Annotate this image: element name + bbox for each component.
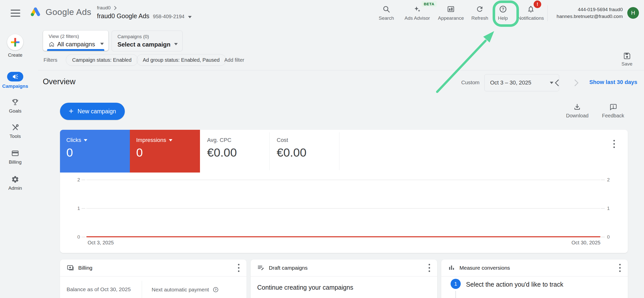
- nav-ads-advisor[interactable]: Ads Advisor: [405, 5, 430, 21]
- notification-badge: !: [534, 1, 541, 8]
- svg-text:?: ?: [215, 288, 217, 292]
- create-plus-icon: [7, 34, 23, 50]
- avatar[interactable]: H: [627, 7, 639, 19]
- breadcrumb-parent[interactable]: fraud0: [97, 5, 111, 11]
- show-last-30-days-link[interactable]: Show last 30 days: [589, 79, 637, 86]
- impressions-series-line: [86, 236, 600, 237]
- draft-icon: [257, 264, 265, 272]
- product-name: Google Ads: [46, 7, 91, 17]
- appearance-icon: [447, 5, 455, 14]
- chart-card-menu-button[interactable]: [612, 139, 616, 149]
- overview-chart-card: Clicks 0 Impressions 0 Avg. CPC €0.00 Co…: [60, 130, 628, 253]
- feedback-button[interactable]: Feedback: [602, 103, 624, 119]
- account-email: hannes.bretnuetz@fraud0.com: [554, 13, 623, 20]
- date-next-button[interactable]: [572, 79, 578, 86]
- filter-chip-campaign-status[interactable]: Campaign status: Enabled: [66, 54, 138, 66]
- draft-campaigns-menu-button[interactable]: [428, 263, 431, 273]
- sidebar-item-admin[interactable]: Admin: [0, 175, 30, 191]
- help-icon: ?: [499, 5, 507, 14]
- save-button[interactable]: Save: [621, 52, 632, 67]
- measure-conversions-menu-button[interactable]: [618, 263, 622, 273]
- scorecard-cost[interactable]: Cost €0.00: [270, 130, 339, 173]
- step-number-badge: 1: [451, 279, 461, 289]
- search-icon: [382, 5, 390, 14]
- x-axis-label-start: Oct 3, 2025: [88, 240, 114, 246]
- trophy-icon: [11, 98, 19, 106]
- filter-chip-adgroup-status[interactable]: Ad group status: Enabled, Paused: [136, 54, 226, 66]
- campaign-select-dropdown[interactable]: Campaigns (0) Select a campaign: [112, 31, 183, 51]
- filters-label: Filters: [44, 57, 57, 63]
- measure-conversions-card: Measure conversions 1 Select the action …: [441, 260, 628, 298]
- breadcrumb: fraud0 fraud0 Google Ads 958-409-2194: [97, 5, 192, 20]
- view-dropdown[interactable]: View (2 filters) All campaigns: [43, 31, 108, 51]
- gear-icon: [11, 175, 19, 183]
- beta-badge: BETA: [421, 1, 437, 7]
- draft-campaigns-card-title: Draft campaigns: [269, 265, 424, 271]
- account-number: 444-019-5694 fraud0: [554, 6, 623, 13]
- draft-campaigns-body: Continue creating your campaigns: [257, 284, 353, 291]
- google-ads-logo[interactable]: Google Ads: [29, 7, 91, 17]
- scorecard-cost-value: €0.00: [277, 145, 307, 159]
- y-axis-tick-left-2: 2: [71, 177, 80, 183]
- new-campaign-button[interactable]: + New campaign: [60, 103, 125, 120]
- scorecard-avg-cpc[interactable]: Avg. CPC €0.00: [200, 130, 269, 173]
- measure-conversions-card-title: Measure conversions: [459, 265, 614, 271]
- header-divider: [547, 5, 548, 21]
- nav-appearance[interactable]: Appearance: [438, 5, 464, 21]
- chevron-down-icon: [100, 43, 104, 45]
- tools-icon: [11, 123, 19, 132]
- view-active-underline: [47, 49, 104, 51]
- page-title: Overview: [43, 77, 75, 86]
- campaign-select-value: Select a campaign: [117, 41, 170, 48]
- next-payment-label: Next automatic payment: [152, 287, 209, 293]
- gridline-y1: [86, 208, 600, 209]
- account-info[interactable]: 444-019-5694 fraud0 hannes.bretnuetz@fra…: [554, 6, 623, 20]
- account-id: 958-409-2194: [153, 14, 185, 19]
- download-icon: [573, 103, 581, 111]
- scorecard-impressions-value: 0: [136, 145, 143, 159]
- scorecard-divider: [269, 132, 270, 170]
- view-dropdown-value: All campaigns: [57, 41, 95, 48]
- bell-icon: [527, 5, 535, 14]
- plus-icon: +: [69, 107, 74, 115]
- billing-column-divider: [142, 281, 142, 298]
- sidebar-item-create[interactable]: Create: [0, 34, 30, 58]
- sidebar-item-goals[interactable]: Goals: [0, 98, 30, 114]
- balance-label: Balance as of Oct 30, 2025: [67, 286, 131, 292]
- scorecard-clicks[interactable]: Clicks 0: [60, 130, 130, 173]
- feedback-icon: [609, 103, 617, 111]
- bar-chart-icon: [448, 264, 455, 272]
- download-button[interactable]: Download: [566, 103, 589, 119]
- billing-card: Billing Balance as of Oct 30, 2025 Next …: [60, 260, 247, 298]
- sidebar-item-tools[interactable]: Tools: [0, 123, 30, 139]
- y-axis-tick-right-2: 2: [607, 177, 616, 183]
- menu-icon[interactable]: [11, 10, 20, 17]
- chevron-down-icon: [174, 43, 178, 45]
- chevron-right-icon: [113, 6, 117, 10]
- credit-card-icon: [11, 149, 19, 157]
- nav-refresh[interactable]: Refresh: [471, 5, 488, 21]
- sidebar-item-campaigns[interactable]: Campaigns: [0, 72, 30, 89]
- step-text: Select the action you'd like to track: [466, 281, 563, 288]
- date-range-picker[interactable]: Oct 3 – 30, 2025: [484, 74, 559, 91]
- nav-help[interactable]: ? Help: [498, 5, 508, 21]
- y-axis-tick-right-0: 0: [607, 234, 616, 240]
- chevron-down-icon: [169, 139, 172, 141]
- google-ads-logo-icon: [29, 7, 42, 17]
- billing-card-title: Billing: [78, 265, 233, 271]
- scorecard-clicks-value: 0: [66, 145, 73, 159]
- y-axis-tick-left-0: 0: [71, 234, 80, 240]
- account-switcher[interactable]: fraud0 Google Ads 958-409-2194: [97, 12, 192, 20]
- sidebar-item-billing[interactable]: Billing: [0, 149, 30, 165]
- nav-search[interactable]: Search: [379, 5, 394, 21]
- help-circle-icon[interactable]: ?: [212, 286, 219, 293]
- scorecard-divider: [339, 132, 339, 170]
- date-mode-label: Custom: [461, 79, 479, 86]
- billing-card-menu-button[interactable]: [237, 263, 240, 273]
- chevron-down-icon: [84, 139, 87, 141]
- home-icon: [49, 41, 55, 47]
- chevron-down-icon: [188, 16, 192, 18]
- scorecard-impressions[interactable]: Impressions 0: [130, 130, 200, 173]
- add-filter-button[interactable]: Add filter: [224, 57, 244, 63]
- y-axis-tick-right-1: 1: [607, 206, 616, 211]
